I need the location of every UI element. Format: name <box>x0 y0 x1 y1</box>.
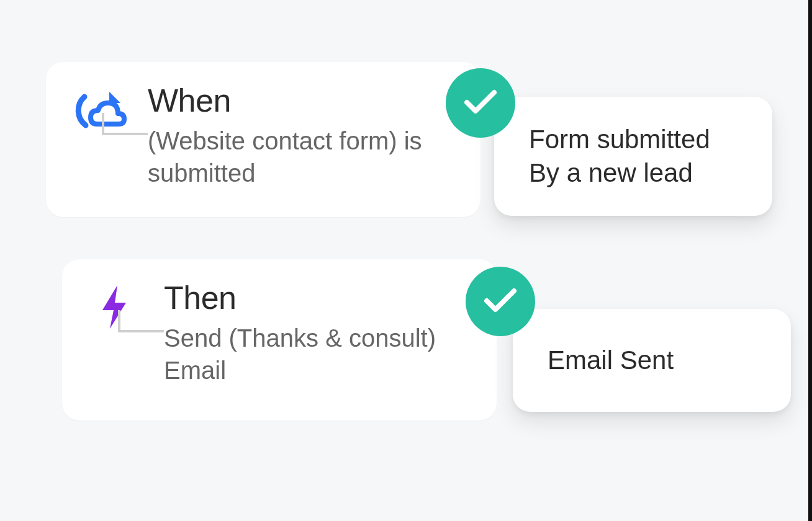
automation-canvas: When (Website contact form) is submitted… <box>0 0 812 521</box>
connector-elbow-icon <box>117 310 165 345</box>
status-card-when[interactable]: Form submitted By a new lead <box>494 97 772 216</box>
check-badge <box>466 267 535 336</box>
rule-title: When <box>148 83 433 118</box>
check-icon <box>464 89 497 117</box>
status-line: By a new lead <box>529 156 738 190</box>
rule-title: Then <box>164 280 449 316</box>
status-card-then[interactable]: Email Sent <box>513 309 791 412</box>
rule-text: When (Website contact form) is submitted <box>123 83 433 189</box>
rule-subtitle: (Website contact form) is submitted <box>148 125 433 189</box>
rule-subtitle: Send (Thanks & consult) Email <box>164 322 449 386</box>
rule-text: Then Send (Thanks & consult) Email <box>139 280 449 386</box>
rule-card-then[interactable]: Then Send (Thanks & consult) Email <box>62 259 497 421</box>
check-badge <box>446 68 515 138</box>
right-border <box>808 0 812 521</box>
check-icon <box>484 287 517 316</box>
connector-elbow-icon <box>101 113 149 148</box>
status-line: Email Sent <box>548 344 756 377</box>
status-line: Form submitted <box>529 123 738 156</box>
rule-card-when[interactable]: When (Website contact form) is submitted <box>46 62 480 217</box>
